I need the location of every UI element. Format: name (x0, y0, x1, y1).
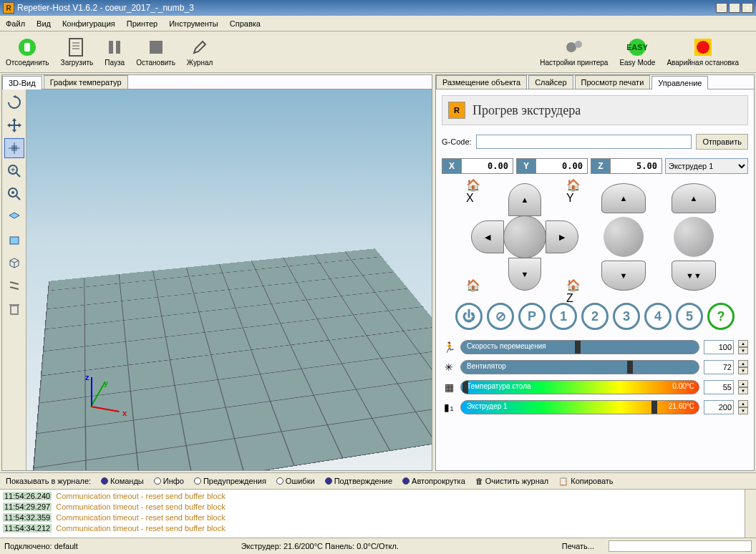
extruder-select[interactable]: Экструдер 1 (665, 158, 748, 174)
speed-down[interactable]: ▼ (738, 347, 748, 354)
menu-view[interactable]: Вид (37, 19, 51, 28)
bed-down[interactable]: ▼ (738, 387, 748, 394)
power-button[interactable]: ⏻ (455, 303, 483, 330)
top-view-button[interactable] (4, 207, 24, 227)
jog-z-plus[interactable]: ▲ (601, 183, 646, 213)
bed-temp-input[interactable] (704, 380, 734, 394)
preset-1-button[interactable]: 1 (550, 303, 577, 330)
filter-warnings[interactable]: Предупреждения (194, 477, 266, 485)
retract-button[interactable]: ▼▼ (672, 261, 716, 291)
speed-input[interactable] (704, 340, 734, 354)
fan-up[interactable]: ▲ (738, 360, 748, 367)
log-area[interactable]: 11:54:26.240Communication timeout - rese… (0, 490, 756, 538)
home-all-button[interactable]: 🏠 (466, 278, 483, 296)
copy-icon: 📋 (558, 477, 568, 486)
filter-autoscroll[interactable]: Автопрокрутка (402, 477, 465, 485)
close-button[interactable]: × (742, 3, 753, 13)
load-button[interactable]: Загрузить (61, 37, 94, 67)
y-label[interactable]: Y (516, 158, 536, 174)
copy-log-button[interactable]: 📋Копировать (558, 477, 613, 486)
menu-help[interactable]: Справка (230, 19, 261, 28)
x-label[interactable]: X (442, 158, 462, 174)
home-z-button[interactable]: 🏠Z (566, 278, 583, 296)
menu-config[interactable]: Конфигурация (62, 19, 115, 28)
emergency-stop-button[interactable]: Аварийная остановка (667, 37, 739, 67)
jog-z: ▲ ▼ (595, 180, 652, 294)
ext-up[interactable]: ▲ (738, 400, 748, 407)
move-object-button[interactable] (4, 138, 24, 158)
bed-slider[interactable]: Температура стола 0.00°C (460, 380, 699, 394)
delete-button[interactable] (4, 298, 24, 319)
printer-settings-button[interactable]: Настройки принтера (540, 37, 608, 67)
jog-x-minus[interactable]: ◀ (471, 220, 504, 253)
menu-file[interactable]: Файл (6, 19, 25, 28)
park-button[interactable]: P (518, 303, 546, 330)
zoom-fit-button[interactable] (4, 184, 24, 204)
front-view-button[interactable] (4, 230, 24, 250)
preset-5-button[interactable]: 5 (676, 303, 703, 330)
jog-y-minus[interactable]: ▼ (508, 258, 541, 291)
iso-view-button[interactable] (4, 253, 24, 273)
tab-slicer[interactable]: Слайсер (528, 75, 573, 89)
rotate-view-button[interactable] (4, 92, 24, 112)
home-x-button[interactable]: 🏠X (466, 178, 483, 195)
pause-button[interactable]: Пауза (105, 37, 125, 67)
ext-down[interactable]: ▼ (738, 407, 748, 414)
preset-3-button[interactable]: 3 (613, 303, 640, 330)
tab-control[interactable]: Управление (651, 76, 708, 89)
extruder-icon[interactable]: ▮1 (442, 402, 456, 413)
extruder-temp-input[interactable] (704, 400, 734, 414)
jog-z-center[interactable] (604, 217, 644, 257)
parallel-view-button[interactable] (4, 276, 24, 296)
tab-3d-view[interactable]: 3D-Вид (2, 76, 42, 89)
menu-tools[interactable]: Инструменты (169, 19, 218, 28)
fan-down[interactable]: ▼ (738, 367, 748, 374)
filter-ack[interactable]: Подтверждение (325, 477, 392, 485)
stop-button[interactable]: Остановить (136, 37, 175, 67)
bed-up[interactable]: ▲ (738, 380, 748, 387)
speed-up[interactable]: ▲ (738, 340, 748, 347)
easy-mode-button[interactable]: EASY Easy Mode (619, 37, 655, 67)
log-line: 11:54:34.212Communication timeout - rese… (3, 523, 753, 534)
tab-placement[interactable]: Размещение объекта (436, 75, 527, 89)
log-scrollbar[interactable] (745, 490, 756, 538)
filter-commands[interactable]: Команды (101, 477, 144, 485)
jog-y-plus[interactable]: ▲ (508, 183, 541, 216)
gcode-send-button[interactable]: Отправить (696, 134, 748, 150)
minimize-button[interactable]: _ (716, 3, 727, 13)
extrude-button[interactable]: ▲ (672, 183, 716, 213)
log-filter-bar: Показывать в журнале: Команды Инфо Преду… (0, 472, 756, 490)
zoom-button[interactable] (4, 161, 24, 181)
clear-log-button[interactable]: 🗑Очистить журнал (475, 477, 549, 485)
home-y-button[interactable]: 🏠Y (566, 178, 583, 195)
tab-temp-graph[interactable]: График температур (44, 75, 128, 89)
preset-2-button[interactable]: 2 (581, 303, 609, 330)
gcode-label: G-Code: (442, 137, 472, 146)
jog-xy-center[interactable] (503, 215, 546, 258)
bed-icon[interactable]: ▦ (442, 382, 456, 393)
help-button[interactable]: ? (707, 303, 735, 330)
filter-errors[interactable]: Ошибки (276, 477, 315, 485)
disconnect-button[interactable]: Отсоединить (6, 37, 49, 67)
tab-preview[interactable]: Просмотр печати (575, 75, 651, 89)
speed-slider[interactable]: Скорость перемещения (460, 340, 699, 354)
log-button[interactable]: Журнал (187, 37, 213, 67)
gcode-input[interactable] (476, 135, 692, 149)
fan-slider[interactable]: Вентилятор (460, 360, 699, 374)
motors-off-button[interactable]: ⊘ (487, 303, 514, 330)
preset-4-button[interactable]: 4 (644, 303, 672, 330)
svg-text:EASY: EASY (627, 43, 647, 52)
3d-viewport[interactable]: x y z (26, 89, 432, 470)
jog-e-center[interactable] (674, 217, 714, 257)
jog-z-minus[interactable]: ▼ (601, 261, 646, 291)
jog-x-plus[interactable]: ▶ (546, 220, 578, 253)
extruder-slider[interactable]: Экструдер 1 21.60°C (460, 400, 699, 414)
fan-input[interactable] (704, 360, 734, 374)
filter-info[interactable]: Инфо (154, 477, 184, 485)
menu-printer[interactable]: Принтер (127, 19, 158, 28)
maximize-button[interactable]: □ (729, 3, 740, 13)
x-value: 0.00 (462, 158, 513, 174)
svg-line-27 (16, 196, 20, 200)
z-label[interactable]: Z (591, 158, 611, 174)
move-view-button[interactable] (4, 115, 24, 135)
